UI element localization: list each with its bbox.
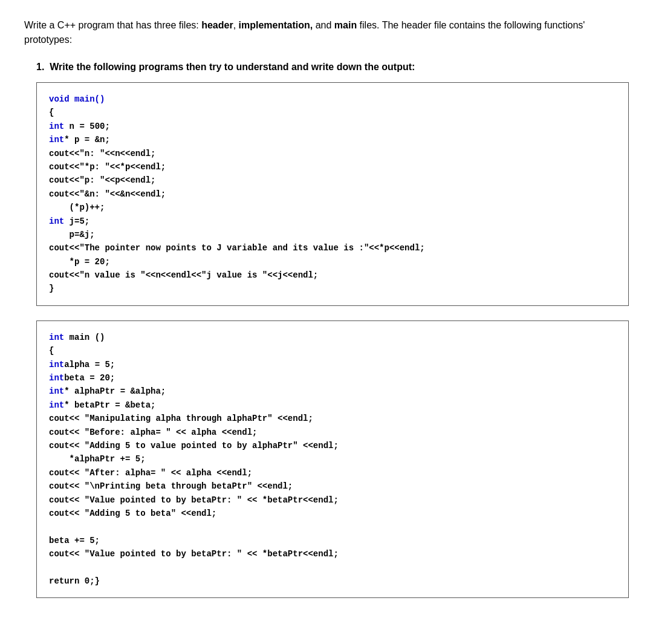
- code-block-2: int main () { intalpha = 5; intbeta = 20…: [36, 320, 629, 598]
- question-label: 1. Write the following programs then try…: [36, 62, 629, 73]
- intro-paragraph: Write a C++ program that has three files…: [24, 18, 629, 47]
- code-block-1: void main() { int n = 500; int* p = &n; …: [36, 82, 629, 306]
- question-1: 1. Write the following programs then try…: [24, 62, 629, 598]
